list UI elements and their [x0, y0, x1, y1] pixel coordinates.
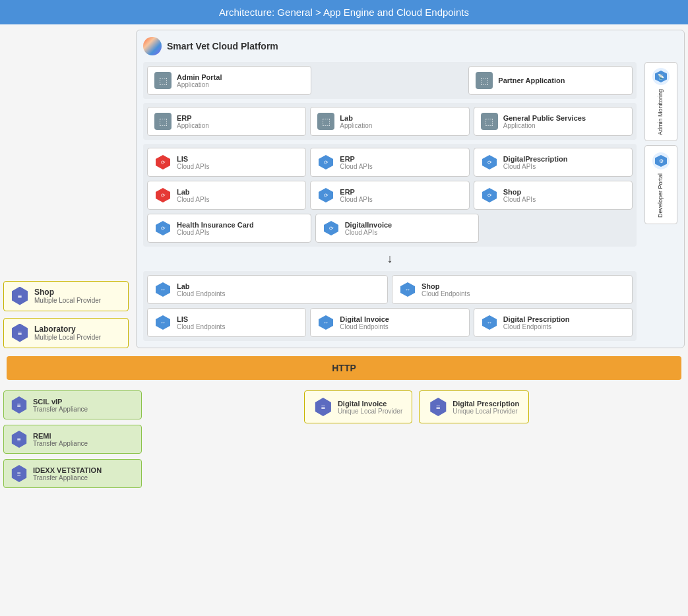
lab-endpoint-icon: ↔	[154, 281, 172, 298]
digitalinvoice-api: ⟳ DigitalInvoice Cloud APIs	[315, 214, 480, 243]
shop-endpoint-icon: ↔	[399, 281, 416, 298]
cloud-apis-section: ⟳ LIS Cloud APIs ⟳ E	[143, 144, 637, 247]
lis-api-icon: ⟳	[154, 154, 172, 171]
erp-api-2-title: ERP	[340, 188, 372, 196]
lis-api-title: LIS	[177, 155, 209, 163]
svg-text:⟳: ⟳	[328, 226, 333, 231]
shop-api-subtitle: Cloud APIs	[503, 196, 536, 203]
admin-monitoring-label: Admin Monitoring	[657, 89, 665, 135]
remi-subtitle: Transfer Appliance	[33, 440, 88, 447]
header-bar: Architecture: General > App Engine and C…	[0, 0, 688, 24]
connector-arrow: ↓	[143, 251, 637, 267]
svg-text:⟳: ⟳	[161, 160, 166, 166]
developer-portal-panel: ⚙ Developer Portal	[644, 145, 677, 224]
erp-api-2-subtitle: Cloud APIs	[340, 196, 372, 203]
digital-invoice-unique: Digital Invoice Unique Local Provider	[304, 390, 412, 423]
digital-invoice-endpoint-subtitle: Cloud Endpoints	[340, 323, 389, 330]
laboratory-provider-icon	[11, 324, 29, 342]
shop-provider: Shop Multiple Local Provider	[3, 281, 129, 311]
shop-provider-icon	[11, 287, 29, 305]
idexx-title: IDEXX VETSTATION	[33, 466, 102, 474]
admin-portal-title: Admin Portal	[177, 73, 222, 81]
digital-invoice-unique-title: Digital Invoice	[338, 400, 402, 408]
lab-app-icon	[317, 113, 334, 130]
digital-prescription-unique: Digital Prescription Unique Local Provid…	[419, 390, 529, 423]
lab-api-subtitle: Cloud APIs	[177, 196, 209, 203]
shop-endpoint-title: Shop	[422, 282, 470, 290]
lis-endpoint: ↔ LIS Cloud Endpoints	[147, 308, 306, 337]
platform-container: Smart Vet Cloud Platform Admin Portal Ap…	[136, 30, 685, 348]
digitalprescription-api-title: DigitalPrescription	[503, 155, 568, 163]
digitalprescription-api: ⟳ DigitalPrescription Cloud APIs	[474, 148, 633, 177]
platform-inner: Admin Portal Application Partner Applica…	[143, 62, 677, 341]
lis-endpoint-icon: ↔	[154, 314, 172, 331]
scil-vip-title: SCIL vIP	[33, 398, 88, 406]
digitalprescription-api-icon: ⟳	[481, 154, 498, 171]
lis-endpoint-title: LIS	[177, 315, 225, 323]
digital-prescription-unique-title: Digital Prescription	[453, 400, 519, 408]
digital-invoice-unique-subtitle: Unique Local Provider	[338, 408, 402, 415]
partner-app-icon	[476, 72, 493, 89]
developer-portal-icon: ⚙	[652, 152, 670, 169]
admin-portal-icon	[154, 72, 172, 89]
admin-monitoring-icon: 📡	[652, 68, 670, 85]
digitalprescription-api-subtitle: Cloud APIs	[503, 163, 568, 170]
health-insurance-api-icon: ⟳	[154, 220, 172, 237]
erp-app-title: ERP	[177, 114, 209, 122]
lab-endpoint: ↔ Lab Cloud Endpoints	[147, 275, 388, 304]
general-public-icon	[481, 113, 498, 130]
scil-vip-subtitle: Transfer Appliance	[33, 406, 88, 413]
lis-api-subtitle: Cloud APIs	[177, 163, 209, 170]
lab-endpoint-title: Lab	[177, 282, 225, 290]
digitalinvoice-api-title: DigitalInvoice	[345, 221, 392, 229]
general-public-app: General Public Services Application	[474, 107, 633, 136]
svg-text:⟳: ⟳	[324, 160, 328, 166]
digital-prescription-endpoint: ↔ Digital Prescription Cloud Endpoints	[474, 308, 633, 337]
app-row-1: Admin Portal Application Partner Applica…	[143, 62, 637, 99]
digital-invoice-endpoint-title: Digital Invoice	[340, 315, 389, 323]
laboratory-provider-title: Laboratory	[34, 324, 101, 334]
digital-invoice-endpoint-icon: ↔	[317, 314, 334, 331]
platform-header: Smart Vet Cloud Platform	[143, 37, 677, 55]
lis-endpoint-subtitle: Cloud Endpoints	[177, 323, 225, 330]
laboratory-provider-subtitle: Multiple Local Provider	[34, 334, 101, 341]
erp-api-2: ⟳ ERP Cloud APIs	[310, 181, 469, 210]
health-insurance-api-title: Health Insurance Card	[177, 221, 254, 229]
idexx-subtitle: Transfer Appliance	[33, 474, 102, 481]
scil-vip-icon	[11, 396, 28, 414]
shop-endpoint: ↔ Shop Cloud Endpoints	[392, 275, 633, 304]
erp-api: ⟳ ERP Cloud APIs	[310, 148, 469, 177]
svg-text:⟳: ⟳	[161, 226, 166, 231]
left-providers-panel: Shop Multiple Local Provider Laboratory …	[3, 30, 129, 348]
health-insurance-api-subtitle: Cloud APIs	[177, 229, 254, 236]
svg-text:⟳: ⟳	[487, 160, 491, 166]
svg-text:📡: 📡	[658, 73, 664, 80]
lab-api-icon: ⟳	[154, 187, 172, 204]
digital-invoice-endpoint: ↔ Digital Invoice Cloud Endpoints	[310, 308, 469, 337]
endpoint-row-2: ↔ LIS Cloud Endpoints ↔	[147, 308, 633, 337]
idexx-icon	[11, 465, 28, 482]
lis-api: ⟳ LIS Cloud APIs	[147, 148, 306, 177]
svg-text:↔: ↔	[160, 286, 166, 293]
erp-api-2-icon: ⟳	[317, 187, 334, 204]
svg-text:↔: ↔	[323, 319, 329, 326]
remi-title: REMI	[33, 432, 88, 440]
shop-provider-title: Shop	[34, 288, 101, 297]
admin-portal-subtitle: Application	[177, 81, 222, 88]
general-public-title: General Public Services	[503, 114, 586, 122]
endpoint-row-1: ↔ Lab Cloud Endpoints ↔	[147, 275, 633, 304]
erp-app-icon	[154, 113, 172, 130]
svg-text:⟳: ⟳	[487, 193, 491, 199]
svg-text:↔: ↔	[486, 319, 492, 326]
svg-text:⟳: ⟳	[324, 193, 328, 199]
svg-text:↔: ↔	[405, 286, 411, 293]
partner-app-title: Partner Application	[498, 77, 565, 84]
lab-endpoint-subtitle: Cloud Endpoints	[177, 290, 225, 297]
http-bar: HTTP	[7, 356, 681, 380]
health-insurance-api: ⟳ Health Insurance Card Cloud APIs	[147, 214, 311, 243]
app-row-2: ERP Application Lab Application	[143, 103, 637, 140]
right-panels: 📡 Admin Monitoring ⚙ Developer Portal	[644, 62, 677, 341]
platform-logo	[143, 37, 162, 55]
remi-icon	[11, 431, 28, 448]
erp-app-subtitle: Application	[177, 122, 209, 129]
